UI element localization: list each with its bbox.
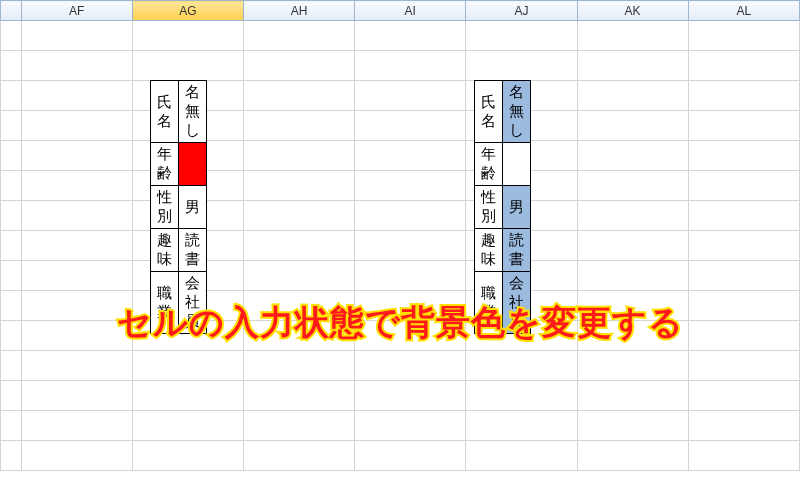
col-header-ak[interactable]: AK [577, 1, 688, 21]
table-row: 氏名 名無し [475, 81, 531, 143]
table-row: 性別 男 [151, 186, 207, 229]
table-row: 氏名 名無し [151, 81, 207, 143]
value-cell[interactable]: 男 [179, 186, 207, 229]
value-cell[interactable]: 名無し [179, 81, 207, 143]
table-row: 性別 男 [475, 186, 531, 229]
label-cell[interactable]: 年齢 [151, 143, 179, 186]
spreadsheet-area: AF AG AH AI AJ AK AL 氏名 名無し [0, 0, 800, 500]
caption-text: セルの入力状態で背景色を変更する [0, 300, 800, 346]
value-cell-highlighted-red[interactable] [179, 143, 207, 186]
col-header-ai[interactable]: AI [355, 1, 466, 21]
label-cell[interactable]: 性別 [151, 186, 179, 229]
col-header-ag[interactable]: AG [132, 1, 243, 21]
table-row: 年齢 [151, 143, 207, 186]
corner-cell[interactable] [1, 1, 22, 21]
table-row: 趣味 読書 [151, 229, 207, 272]
label-cell[interactable]: 趣味 [151, 229, 179, 272]
table-row: 年齢 [475, 143, 531, 186]
table-left: 氏名 名無し 年齢 性別 男 趣味 読書 職業 会社員 [150, 80, 207, 334]
value-cell-highlighted-blue[interactable]: 名無し [503, 81, 531, 143]
value-cell[interactable] [503, 143, 531, 186]
label-cell[interactable]: 趣味 [475, 229, 503, 272]
col-header-aj[interactable]: AJ [466, 1, 577, 21]
label-cell[interactable]: 性別 [475, 186, 503, 229]
table-row: 趣味 読書 [475, 229, 531, 272]
table-right: 氏名 名無し 年齢 性別 男 趣味 読書 職業 会社員 [474, 80, 531, 334]
value-cell-highlighted-blue[interactable]: 読書 [503, 229, 531, 272]
col-header-al[interactable]: AL [688, 1, 799, 21]
label-cell[interactable]: 氏名 [475, 81, 503, 143]
col-header-af[interactable]: AF [21, 1, 132, 21]
grid-background: AF AG AH AI AJ AK AL [0, 0, 800, 471]
column-header-row: AF AG AH AI AJ AK AL [1, 1, 800, 21]
value-cell-highlighted-blue[interactable]: 男 [503, 186, 531, 229]
value-cell[interactable]: 読書 [179, 229, 207, 272]
label-cell[interactable]: 氏名 [151, 81, 179, 143]
col-header-ah[interactable]: AH [243, 1, 354, 21]
label-cell[interactable]: 年齢 [475, 143, 503, 186]
